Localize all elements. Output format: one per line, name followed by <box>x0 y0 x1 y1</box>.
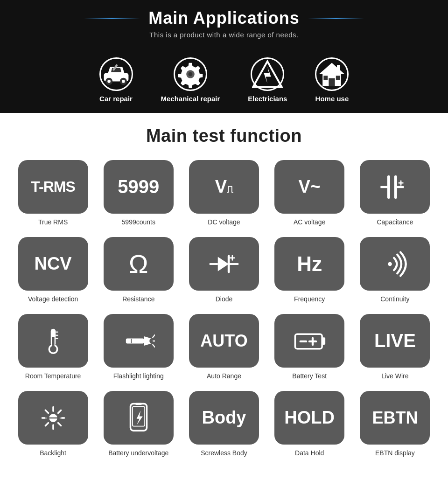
electricians-icon-circle <box>251 57 284 91</box>
auto-range-label: Auto Range <box>207 372 241 380</box>
function-item-live-wire: LIVE Live Wire <box>356 314 434 380</box>
svg-rect-39 <box>126 338 144 343</box>
true-rms-box: T-RMS <box>18 160 88 214</box>
battery-under-icon <box>122 402 155 434</box>
backlight-box <box>18 391 88 445</box>
function-item-frequency: Hz Frequency <box>271 237 349 303</box>
home-use-icon <box>316 59 347 90</box>
frequency-symbol: Hz <box>297 252 322 276</box>
icons-bar: Car repair Mechanical repair Electrician… <box>0 49 448 113</box>
icon-item-mechanical-repair: Mechanical repair <box>161 57 220 103</box>
svg-point-10 <box>188 72 192 77</box>
room-temp-box <box>18 314 88 368</box>
main-section: Main test function T-RMS True RMS 5999 5… <box>0 113 448 471</box>
ebtn-box: EBTN <box>360 391 430 445</box>
function-item-battery-test: Battery Test <box>271 314 349 380</box>
function-item-true-rms: T-RMS True RMS <box>14 160 92 226</box>
function-item-resistance: Ω Resistance <box>99 237 177 303</box>
data-hold-label: Data Hold <box>295 449 324 457</box>
function-item-flashlight: Flashlight lighting <box>99 314 177 380</box>
backlight-icon <box>37 402 70 434</box>
capacitance-label: Capacitance <box>377 218 413 226</box>
svg-point-6 <box>122 80 125 83</box>
svg-marker-13 <box>319 63 345 74</box>
true-rms-symbol: T-RMS <box>31 178 75 195</box>
dc-voltage-box: V⎍ <box>189 160 259 214</box>
svg-marker-64 <box>136 410 142 425</box>
svg-rect-17 <box>336 76 340 80</box>
svg-line-44 <box>153 344 155 347</box>
5999-symbol: 5999 <box>118 176 159 197</box>
electricians-icon <box>252 59 283 90</box>
svg-marker-26 <box>218 257 229 271</box>
function-item-battery-under: Battery undervoltage <box>99 391 177 457</box>
svg-rect-63 <box>135 403 142 404</box>
home-use-icon-circle <box>315 57 349 91</box>
dc-voltage-symbol: V⎍ <box>215 177 233 197</box>
auto-range-box: AUTO <box>189 314 259 368</box>
capacitance-icon <box>378 171 411 203</box>
header-section: Main Applications This is a product with… <box>0 0 448 49</box>
function-item-diode: Diode <box>185 237 263 303</box>
continuity-label: Continuity <box>380 295 409 303</box>
function-item-data-hold: HOLD Data Hold <box>271 391 349 457</box>
svg-point-35 <box>50 346 56 352</box>
dc-voltage-label: DC voltage <box>208 218 240 226</box>
ncv-label: Voltage detection <box>28 295 78 303</box>
resistance-label: Resistance <box>122 295 154 303</box>
svg-point-4 <box>107 80 111 83</box>
function-item-ac-voltage: V~ AC voltage <box>271 160 349 226</box>
header-line-right <box>308 18 364 19</box>
section-title: Main test function <box>14 126 434 146</box>
mechanical-repair-icon <box>175 59 206 90</box>
flashlight-label: Flashlight lighting <box>113 372 164 380</box>
screwless-body-label: Screwless Body <box>201 449 247 457</box>
svg-rect-34 <box>52 337 54 346</box>
electricians-label: Electricians <box>248 95 287 103</box>
mechanical-repair-label: Mechanical repair <box>161 95 220 103</box>
mechanical-repair-icon-circle <box>174 57 207 91</box>
icon-item-home-use: Home use <box>315 57 349 103</box>
function-item-continuity: Continuity <box>356 237 434 303</box>
car-repair-icon <box>101 59 132 90</box>
room-temp-label: Room Temperature <box>25 372 81 380</box>
home-use-label: Home use <box>315 95 349 103</box>
function-item-backlight: Backlight <box>14 391 92 457</box>
svg-marker-2 <box>111 68 121 72</box>
ac-voltage-box: V~ <box>274 160 344 214</box>
car-repair-label: Car repair <box>99 95 133 103</box>
battery-test-label: Battery Test <box>292 372 327 380</box>
data-hold-symbol: HOLD <box>284 408 335 428</box>
true-rms-label: True RMS <box>38 218 68 226</box>
room-temp-icon <box>37 325 70 357</box>
data-hold-box: HOLD <box>274 391 344 445</box>
ncv-symbol: NCV <box>34 254 71 274</box>
function-grid: T-RMS True RMS 5999 5999counts V⎍ DC vol… <box>14 160 434 457</box>
header-title: Main Applications <box>148 8 300 28</box>
ac-voltage-label: AC voltage <box>294 218 325 226</box>
function-item-dc-voltage: V⎍ DC voltage <box>185 160 263 226</box>
svg-rect-47 <box>322 337 325 345</box>
flashlight-icon <box>122 325 155 357</box>
function-item-ncv: NCV Voltage detection <box>14 237 92 303</box>
continuity-icon <box>378 248 411 280</box>
5999-box: 5999 <box>104 160 174 214</box>
function-item-auto-range: AUTO Auto Range <box>185 314 263 380</box>
function-item-5999: 5999 5999counts <box>99 160 177 226</box>
function-item-ebtn: EBTN EBTN display <box>356 391 434 457</box>
diode-label: Diode <box>216 295 233 303</box>
icon-item-electricians: Electricians <box>248 57 287 103</box>
battery-test-icon <box>293 325 326 357</box>
function-item-screwless-body: Body Screwless Body <box>185 391 263 457</box>
diode-icon <box>208 248 240 280</box>
svg-line-59 <box>45 423 48 425</box>
live-wire-symbol: LIVE <box>374 330 416 351</box>
car-repair-icon-circle <box>99 57 133 91</box>
battery-under-label: Battery undervoltage <box>108 449 168 457</box>
auto-range-symbol: AUTO <box>200 331 247 351</box>
frequency-label: Frequency <box>294 295 325 303</box>
svg-line-58 <box>58 410 61 413</box>
resistance-symbol: Ω <box>129 249 148 279</box>
icon-item-car-repair: Car repair <box>99 57 133 103</box>
svg-line-42 <box>153 334 155 337</box>
